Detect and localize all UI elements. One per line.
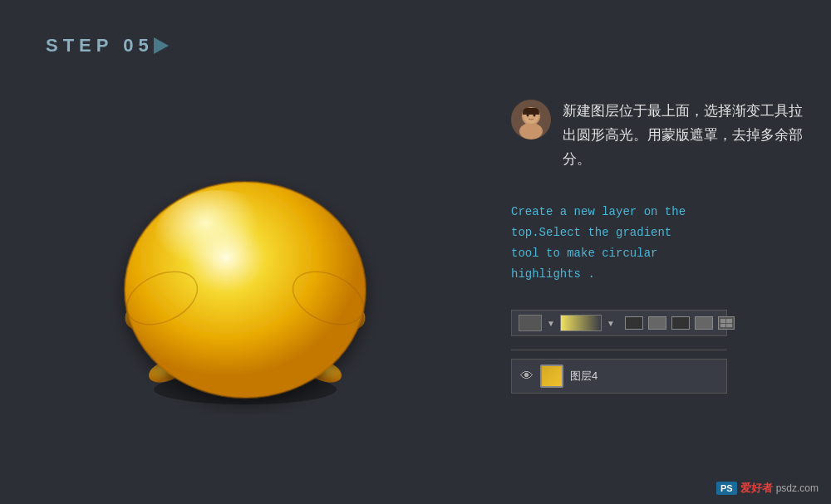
toolbar-strip: ▼ ▼ bbox=[511, 310, 727, 336]
layer-thumbnail bbox=[540, 365, 563, 388]
chick-illustration bbox=[96, 115, 395, 414]
toolbar-gradient-item[interactable] bbox=[560, 315, 602, 331]
right-panel: 新建图层位于最上面，选择渐变工具拉出圆形高光。用蒙版遮罩，去掉多余部分。 Cre… bbox=[490, 0, 831, 504]
toolbar-icon1[interactable] bbox=[625, 316, 643, 330]
layer-name: 图层4 bbox=[570, 369, 597, 384]
toolbar-icon2[interactable] bbox=[648, 316, 666, 330]
watermark-domain: psdz.com bbox=[776, 482, 819, 494]
toolbar-box-item[interactable] bbox=[519, 315, 542, 331]
chinese-description: 新建图层位于最上面，选择渐变工具拉出圆形高光。用蒙版遮罩，去掉多余部分。 bbox=[563, 100, 810, 172]
ps-badge: PS bbox=[716, 482, 737, 495]
watermark: PS 爱好者 psdz.com bbox=[716, 481, 819, 496]
watermark-text: 爱好者 bbox=[740, 481, 773, 496]
canvas-area bbox=[0, 0, 490, 504]
panel-divider bbox=[511, 350, 727, 350]
toolbar-arrow-icon: ▼ bbox=[547, 319, 555, 328]
svg-point-11 bbox=[152, 190, 285, 298]
eye-icon[interactable]: 👁 bbox=[520, 369, 534, 384]
toolbar-icon4[interactable] bbox=[695, 316, 713, 330]
toolbar-arrow2-icon: ▼ bbox=[607, 319, 615, 328]
svg-point-17 bbox=[519, 123, 543, 139]
toolbar-icon3[interactable] bbox=[671, 316, 690, 330]
toolbar-icon5[interactable] bbox=[718, 316, 735, 330]
avatar bbox=[511, 100, 551, 139]
description-block: 新建图层位于最上面，选择渐变工具拉出圆形高光。用蒙版遮罩，去掉多余部分。 bbox=[511, 100, 810, 172]
svg-point-20 bbox=[534, 115, 536, 117]
layer-panel: 👁 图层4 bbox=[511, 359, 727, 394]
english-description: Create a new layer on the top.Select the… bbox=[511, 202, 810, 286]
svg-point-19 bbox=[527, 115, 529, 117]
